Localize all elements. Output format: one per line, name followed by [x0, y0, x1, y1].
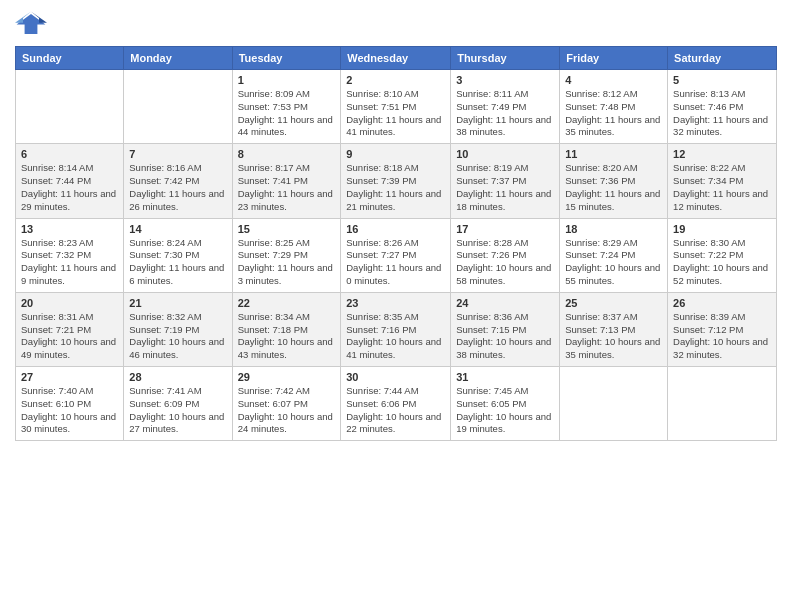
calendar-header-row: SundayMondayTuesdayWednesdayThursdayFrid… — [16, 47, 777, 70]
page: SundayMondayTuesdayWednesdayThursdayFrid… — [0, 0, 792, 612]
day-info: Sunrise: 8:37 AM Sunset: 7:13 PM Dayligh… — [565, 311, 662, 362]
day-info: Sunrise: 8:28 AM Sunset: 7:26 PM Dayligh… — [456, 237, 554, 288]
calendar-cell: 15Sunrise: 8:25 AM Sunset: 7:29 PM Dayli… — [232, 218, 341, 292]
weekday-header: Monday — [124, 47, 232, 70]
day-number: 11 — [565, 148, 662, 160]
calendar-cell — [668, 367, 777, 441]
header — [15, 10, 777, 38]
day-number: 21 — [129, 297, 226, 309]
day-number: 27 — [21, 371, 118, 383]
day-info: Sunrise: 8:11 AM Sunset: 7:49 PM Dayligh… — [456, 88, 554, 139]
day-info: Sunrise: 8:29 AM Sunset: 7:24 PM Dayligh… — [565, 237, 662, 288]
calendar-cell: 23Sunrise: 8:35 AM Sunset: 7:16 PM Dayli… — [341, 292, 451, 366]
day-number: 16 — [346, 223, 445, 235]
day-number: 25 — [565, 297, 662, 309]
calendar-cell: 2Sunrise: 8:10 AM Sunset: 7:51 PM Daylig… — [341, 70, 451, 144]
calendar-row: 1Sunrise: 8:09 AM Sunset: 7:53 PM Daylig… — [16, 70, 777, 144]
day-info: Sunrise: 8:32 AM Sunset: 7:19 PM Dayligh… — [129, 311, 226, 362]
calendar-cell: 1Sunrise: 8:09 AM Sunset: 7:53 PM Daylig… — [232, 70, 341, 144]
calendar-cell: 14Sunrise: 8:24 AM Sunset: 7:30 PM Dayli… — [124, 218, 232, 292]
day-number: 28 — [129, 371, 226, 383]
calendar-cell: 31Sunrise: 7:45 AM Sunset: 6:05 PM Dayli… — [451, 367, 560, 441]
calendar-row: 27Sunrise: 7:40 AM Sunset: 6:10 PM Dayli… — [16, 367, 777, 441]
day-info: Sunrise: 8:16 AM Sunset: 7:42 PM Dayligh… — [129, 162, 226, 213]
calendar-cell — [124, 70, 232, 144]
day-info: Sunrise: 7:40 AM Sunset: 6:10 PM Dayligh… — [21, 385, 118, 436]
day-number: 1 — [238, 74, 336, 86]
calendar-row: 13Sunrise: 8:23 AM Sunset: 7:32 PM Dayli… — [16, 218, 777, 292]
calendar-cell: 21Sunrise: 8:32 AM Sunset: 7:19 PM Dayli… — [124, 292, 232, 366]
day-info: Sunrise: 8:09 AM Sunset: 7:53 PM Dayligh… — [238, 88, 336, 139]
calendar-cell: 4Sunrise: 8:12 AM Sunset: 7:48 PM Daylig… — [560, 70, 668, 144]
calendar-cell: 27Sunrise: 7:40 AM Sunset: 6:10 PM Dayli… — [16, 367, 124, 441]
day-info: Sunrise: 8:25 AM Sunset: 7:29 PM Dayligh… — [238, 237, 336, 288]
day-info: Sunrise: 8:24 AM Sunset: 7:30 PM Dayligh… — [129, 237, 226, 288]
day-number: 20 — [21, 297, 118, 309]
day-number: 9 — [346, 148, 445, 160]
day-number: 2 — [346, 74, 445, 86]
calendar-cell: 24Sunrise: 8:36 AM Sunset: 7:15 PM Dayli… — [451, 292, 560, 366]
weekday-header: Friday — [560, 47, 668, 70]
day-info: Sunrise: 8:14 AM Sunset: 7:44 PM Dayligh… — [21, 162, 118, 213]
weekday-header: Saturday — [668, 47, 777, 70]
day-info: Sunrise: 7:44 AM Sunset: 6:06 PM Dayligh… — [346, 385, 445, 436]
day-info: Sunrise: 8:22 AM Sunset: 7:34 PM Dayligh… — [673, 162, 771, 213]
weekday-header: Sunday — [16, 47, 124, 70]
calendar-cell: 26Sunrise: 8:39 AM Sunset: 7:12 PM Dayli… — [668, 292, 777, 366]
calendar-cell: 20Sunrise: 8:31 AM Sunset: 7:21 PM Dayli… — [16, 292, 124, 366]
day-info: Sunrise: 8:12 AM Sunset: 7:48 PM Dayligh… — [565, 88, 662, 139]
day-info: Sunrise: 8:19 AM Sunset: 7:37 PM Dayligh… — [456, 162, 554, 213]
day-number: 15 — [238, 223, 336, 235]
day-number: 10 — [456, 148, 554, 160]
calendar-cell — [16, 70, 124, 144]
calendar-cell: 29Sunrise: 7:42 AM Sunset: 6:07 PM Dayli… — [232, 367, 341, 441]
calendar-cell: 13Sunrise: 8:23 AM Sunset: 7:32 PM Dayli… — [16, 218, 124, 292]
day-number: 29 — [238, 371, 336, 383]
weekday-header: Wednesday — [341, 47, 451, 70]
day-number: 4 — [565, 74, 662, 86]
day-info: Sunrise: 8:17 AM Sunset: 7:41 PM Dayligh… — [238, 162, 336, 213]
calendar-cell: 22Sunrise: 8:34 AM Sunset: 7:18 PM Dayli… — [232, 292, 341, 366]
day-info: Sunrise: 8:34 AM Sunset: 7:18 PM Dayligh… — [238, 311, 336, 362]
calendar-table: SundayMondayTuesdayWednesdayThursdayFrid… — [15, 46, 777, 441]
calendar-cell: 5Sunrise: 8:13 AM Sunset: 7:46 PM Daylig… — [668, 70, 777, 144]
calendar-row: 20Sunrise: 8:31 AM Sunset: 7:21 PM Dayli… — [16, 292, 777, 366]
day-number: 12 — [673, 148, 771, 160]
weekday-header: Thursday — [451, 47, 560, 70]
logo — [15, 10, 51, 38]
day-number: 30 — [346, 371, 445, 383]
calendar-cell: 19Sunrise: 8:30 AM Sunset: 7:22 PM Dayli… — [668, 218, 777, 292]
calendar-cell: 25Sunrise: 8:37 AM Sunset: 7:13 PM Dayli… — [560, 292, 668, 366]
day-info: Sunrise: 8:30 AM Sunset: 7:22 PM Dayligh… — [673, 237, 771, 288]
day-info: Sunrise: 8:13 AM Sunset: 7:46 PM Dayligh… — [673, 88, 771, 139]
day-info: Sunrise: 8:23 AM Sunset: 7:32 PM Dayligh… — [21, 237, 118, 288]
day-info: Sunrise: 8:35 AM Sunset: 7:16 PM Dayligh… — [346, 311, 445, 362]
day-number: 17 — [456, 223, 554, 235]
day-number: 18 — [565, 223, 662, 235]
day-number: 22 — [238, 297, 336, 309]
calendar-cell: 3Sunrise: 8:11 AM Sunset: 7:49 PM Daylig… — [451, 70, 560, 144]
calendar-cell: 11Sunrise: 8:20 AM Sunset: 7:36 PM Dayli… — [560, 144, 668, 218]
day-info: Sunrise: 8:10 AM Sunset: 7:51 PM Dayligh… — [346, 88, 445, 139]
day-info: Sunrise: 7:45 AM Sunset: 6:05 PM Dayligh… — [456, 385, 554, 436]
calendar-cell: 17Sunrise: 8:28 AM Sunset: 7:26 PM Dayli… — [451, 218, 560, 292]
calendar-cell: 12Sunrise: 8:22 AM Sunset: 7:34 PM Dayli… — [668, 144, 777, 218]
day-number: 3 — [456, 74, 554, 86]
day-info: Sunrise: 8:36 AM Sunset: 7:15 PM Dayligh… — [456, 311, 554, 362]
day-number: 14 — [129, 223, 226, 235]
day-number: 8 — [238, 148, 336, 160]
day-number: 26 — [673, 297, 771, 309]
day-info: Sunrise: 8:39 AM Sunset: 7:12 PM Dayligh… — [673, 311, 771, 362]
day-number: 6 — [21, 148, 118, 160]
day-number: 19 — [673, 223, 771, 235]
calendar-cell: 7Sunrise: 8:16 AM Sunset: 7:42 PM Daylig… — [124, 144, 232, 218]
calendar-cell: 6Sunrise: 8:14 AM Sunset: 7:44 PM Daylig… — [16, 144, 124, 218]
day-number: 13 — [21, 223, 118, 235]
day-info: Sunrise: 8:31 AM Sunset: 7:21 PM Dayligh… — [21, 311, 118, 362]
day-info: Sunrise: 8:20 AM Sunset: 7:36 PM Dayligh… — [565, 162, 662, 213]
calendar-cell — [560, 367, 668, 441]
day-number: 24 — [456, 297, 554, 309]
weekday-header: Tuesday — [232, 47, 341, 70]
calendar-cell: 8Sunrise: 8:17 AM Sunset: 7:41 PM Daylig… — [232, 144, 341, 218]
day-number: 7 — [129, 148, 226, 160]
